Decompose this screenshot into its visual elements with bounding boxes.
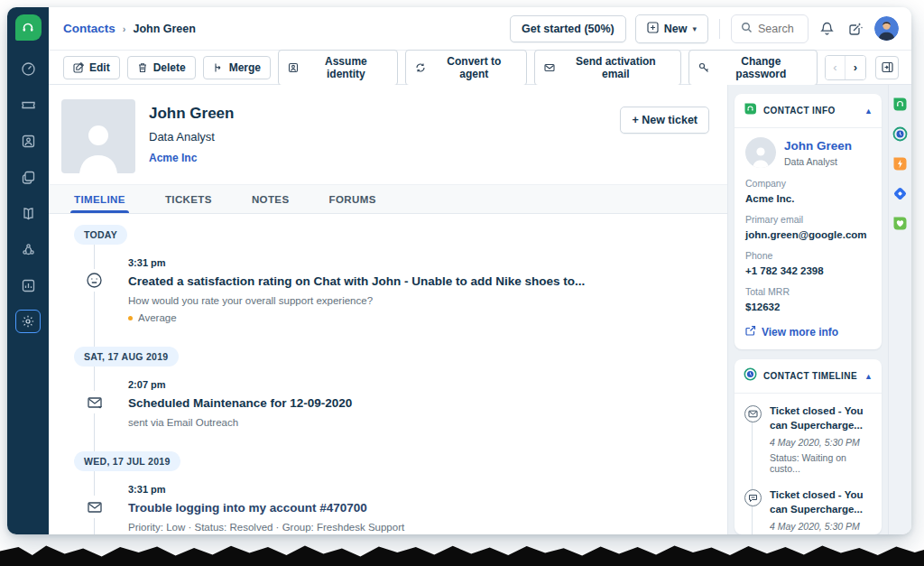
convert-to-agent-button[interactable]: Convert to agent	[405, 50, 527, 86]
tab-notes[interactable]: NOTES	[252, 185, 290, 213]
tab-tickets[interactable]: TICKETS	[165, 185, 212, 213]
contact-info-name[interactable]: John Green	[784, 139, 852, 153]
contact-timeline-entry[interactable]: Ticket closed - You can Supercharge... 4…	[744, 488, 873, 534]
search-box[interactable]	[731, 14, 808, 43]
send-activation-email-button[interactable]: Send activation email	[534, 50, 681, 86]
timeline-entry[interactable]: 2:07 pm Scheduled Maintenance for 12-09-…	[74, 379, 709, 428]
freshteam-app-icon[interactable]	[892, 215, 909, 231]
freshdesk-app-icon[interactable]	[892, 96, 909, 112]
contact-timeline-title: CONTACT TIMELINE	[763, 371, 857, 381]
get-started-button[interactable]: Get started (50%)	[510, 15, 626, 42]
plus-square-icon	[647, 22, 659, 36]
new-dropdown-button[interactable]: New ▾	[635, 14, 708, 43]
chat-bubble-icon	[744, 489, 762, 506]
timeline-clock-app-icon[interactable]	[892, 125, 909, 142]
entry-time: 3:31 pm	[128, 257, 709, 268]
delete-button[interactable]: Delete	[127, 56, 196, 79]
entry-meta: sent via Email Outreach	[128, 417, 709, 428]
contact-timeline-entry[interactable]: Ticket closed - You can Supercharge... 4…	[744, 404, 873, 474]
view-more-info-link[interactable]: View more info	[745, 325, 871, 339]
breadcrumb-separator-icon: ›	[123, 23, 126, 34]
edit-button[interactable]: Edit	[63, 56, 120, 79]
contact-timeline-card: CONTACT TIMELINE ▲ Ticket closed - You c	[735, 359, 882, 534]
timeline-entry[interactable]: 3:31 pm Trouble logging into my account …	[74, 484, 709, 534]
assume-identity-button[interactable]: Assume identity	[278, 50, 398, 86]
nav-analytics-icon[interactable]	[15, 274, 41, 297]
breadcrumb-contacts[interactable]: Contacts	[63, 22, 116, 35]
tab-forums[interactable]: FORUMS	[329, 185, 376, 213]
app-window: Contacts › John Green Get started (50%) …	[7, 7, 911, 534]
field-total-mrr: Total MRR $12632	[745, 286, 871, 312]
user-avatar[interactable]	[874, 16, 899, 41]
freshdesk-badge-icon	[744, 102, 757, 119]
timeline-date-badge: SAT, 17 AUG 2019	[74, 347, 179, 367]
nav-contacts-icon[interactable]	[15, 129, 41, 153]
email-sent-icon	[83, 391, 106, 413]
email-icon	[744, 405, 762, 422]
field-company: Company Acme Inc.	[745, 178, 871, 204]
collapse-chevron-icon[interactable]: ▲	[864, 372, 873, 381]
contact-info-role: Data Analyst	[784, 156, 852, 167]
neutral-face-icon	[83, 269, 106, 292]
entry-meta: How would you rate your overall support …	[128, 295, 709, 306]
timeline-entry[interactable]: 3:31 pm Created a satisfaction rating on…	[74, 257, 709, 323]
merge-button[interactable]: Merge	[203, 56, 271, 79]
contact-tabs: TIMELINE TICKETS NOTES FORUMS	[49, 184, 727, 214]
entry-title[interactable]: Scheduled Maintenance for 12-09-2020	[128, 396, 709, 410]
entry-title[interactable]: Created a satisfaction rating on Chat wi…	[128, 274, 709, 288]
search-icon	[741, 21, 753, 37]
search-input[interactable]	[758, 23, 801, 35]
email-icon	[83, 496, 106, 518]
tab-timeline[interactable]: TIMELINE	[74, 185, 125, 213]
previous-record-button[interactable]: ‹	[826, 56, 845, 79]
nav-settings-icon[interactable]	[15, 310, 41, 333]
freshdesk-logo-icon[interactable]	[15, 14, 42, 41]
nav-companies-icon[interactable]	[15, 165, 41, 189]
collapse-chevron-icon[interactable]: ▲	[864, 107, 873, 116]
timeline-list: TODAY 3:31 pm Created a satisfaction rat…	[49, 214, 727, 534]
change-password-button[interactable]: Change password	[688, 50, 818, 86]
field-primary-email: Primary email john.green@google.com	[745, 214, 871, 240]
notifications-bell-icon[interactable]	[818, 19, 836, 38]
contact-company-link[interactable]: Acme Inc	[149, 152, 234, 164]
new-ticket-button[interactable]: + New ticket	[620, 107, 709, 134]
nav-community-icon[interactable]	[15, 237, 41, 261]
right-sidebar: CONTACT INFO ▲	[727, 85, 888, 534]
contact-profile-header: John Green Data Analyst Acme Inc + New t…	[49, 85, 727, 184]
nav-dashboard-icon[interactable]	[15, 57, 41, 80]
header-divider	[719, 19, 720, 39]
torn-edge-decoration	[0, 539, 924, 566]
contact-avatar-placeholder	[61, 99, 135, 173]
left-nav-rail	[7, 7, 49, 534]
next-record-button[interactable]: ›	[845, 56, 865, 79]
chevron-down-icon: ▾	[692, 24, 697, 33]
entry-rating: Average	[128, 312, 709, 323]
whats-new-icon[interactable]	[845, 19, 865, 39]
freshconnect-app-icon[interactable]	[892, 185, 909, 201]
contact-info-title: CONTACT INFO	[763, 106, 836, 116]
entry-meta: Priority: Low · Status: Resolved · Group…	[128, 522, 709, 533]
collapse-panel-icon[interactable]	[875, 56, 899, 79]
timeline-date-badge: WED, 17 JUL 2019	[74, 451, 180, 471]
contact-role: Data Analyst	[149, 130, 234, 144]
nav-tickets-icon[interactable]	[15, 93, 41, 116]
contact-info-avatar	[745, 137, 776, 168]
top-header: Contacts › John Green Get started (50%) …	[49, 7, 911, 51]
app-strip	[888, 85, 911, 534]
entry-title[interactable]: Trouble logging into my account #470700	[128, 501, 709, 515]
breadcrumb-current: John Green	[133, 23, 195, 35]
rating-dot-icon	[128, 316, 133, 320]
entry-time: 3:31 pm	[128, 484, 709, 495]
nav-solutions-icon[interactable]	[15, 201, 41, 225]
freshsales-app-icon[interactable]	[892, 155, 909, 172]
page: Contacts › John Green Get started (50%) …	[0, 0, 924, 566]
entry-time: 2:07 pm	[128, 379, 709, 390]
contact-info-card: CONTACT INFO ▲	[735, 94, 882, 349]
timeline-date-badge: TODAY	[74, 225, 127, 245]
timeline-clock-icon	[744, 367, 757, 385]
field-phone: Phone +1 782 342 2398	[745, 250, 871, 276]
contact-main-panel: John Green Data Analyst Acme Inc + New t…	[49, 85, 727, 534]
external-link-icon	[745, 325, 756, 339]
record-pager: ‹ ›	[825, 55, 866, 80]
contact-name: John Green	[149, 105, 234, 123]
